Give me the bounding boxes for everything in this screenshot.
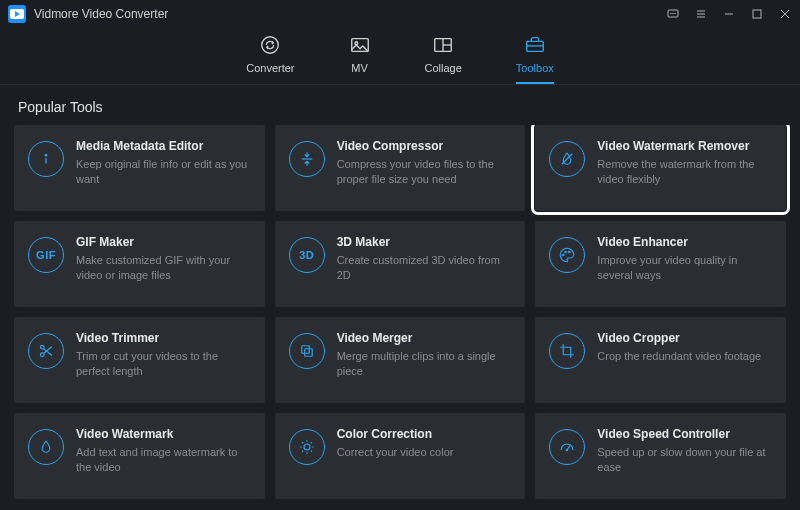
maximize-button[interactable] [750,7,764,21]
top-nav: Converter MV Collage Toolbox [0,28,800,85]
tool-desc: Add text and image watermark to the vide… [76,445,251,475]
close-button[interactable] [778,7,792,21]
svg-rect-10 [753,10,761,18]
svg-point-4 [672,13,673,14]
tool-desc: Improve your video quality in several wa… [597,253,772,283]
compress-icon [289,141,325,177]
svg-point-29 [40,353,44,357]
tool-title: Video Watermark [76,427,251,441]
tool-desc: Compress your video files to the proper … [337,157,512,187]
app-title: Vidmore Video Converter [34,7,666,21]
tool-title: Video Cropper [597,331,772,345]
tool-gif-maker[interactable]: GIF GIF Maker Make customized GIF with y… [14,221,265,307]
tool-text: Video Trimmer Trim or cut your videos to… [76,331,251,379]
tools-scroll[interactable]: Media Metadata Editor Keep original file… [0,125,800,510]
svg-point-26 [565,251,567,253]
tools-grid: Media Metadata Editor Keep original file… [14,125,786,499]
toolbox-icon [524,34,546,58]
svg-rect-33 [304,349,312,357]
svg-point-3 [670,13,671,14]
tab-mv[interactable]: MV [349,34,371,84]
tab-label: Converter [246,62,294,74]
tool-text: Video Speed Controller Speed up or slow … [597,427,772,475]
svg-line-39 [302,442,303,443]
tool-title: Video Enhancer [597,235,772,249]
tool-title: Video Watermark Remover [597,139,772,153]
tool-video-trimmer[interactable]: Video Trimmer Trim or cut your videos to… [14,317,265,403]
svg-line-40 [310,451,311,452]
image-icon [349,34,371,58]
tool-desc: Merge multiple clips into a single piece [337,349,512,379]
sun-icon [289,429,325,465]
tool-title: GIF Maker [76,235,251,249]
palette-icon [549,237,585,273]
scissors-icon [28,333,64,369]
svg-line-42 [310,442,311,443]
app-logo-icon [8,5,26,23]
tool-video-cropper[interactable]: Video Cropper Crop the redundant video f… [535,317,786,403]
svg-point-27 [569,251,571,253]
tool-video-compressor[interactable]: Video Compressor Compress your video fil… [275,125,526,211]
tool-desc: Crop the redundant video footage [597,349,772,364]
svg-point-28 [40,345,44,349]
window-controls [666,7,792,21]
tool-media-metadata-editor[interactable]: Media Metadata Editor Keep original file… [14,125,265,211]
minimize-button[interactable] [722,7,736,21]
svg-point-25 [563,254,565,256]
section-title: Popular Tools [0,85,800,125]
tab-toolbox[interactable]: Toolbox [516,34,554,84]
tab-label: MV [351,62,368,74]
3d-icon: 3D [289,237,325,273]
tab-converter[interactable]: Converter [246,34,294,84]
layout-icon [432,34,454,58]
tool-text: Video Enhancer Improve your video qualit… [597,235,772,283]
tool-title: 3D Maker [337,235,512,249]
merge-icon [289,333,325,369]
gauge-icon [549,429,585,465]
tool-title: Video Trimmer [76,331,251,345]
tool-desc: Trim or cut your videos to the perfect l… [76,349,251,379]
tool-3d-maker[interactable]: 3D 3D Maker Create customized 3D video f… [275,221,526,307]
gif-icon: GIF [28,237,64,273]
tool-text: 3D Maker Create customized 3D video from… [337,235,512,283]
tool-video-enhancer[interactable]: Video Enhancer Improve your video qualit… [535,221,786,307]
tab-label: Toolbox [516,62,554,74]
svg-rect-32 [301,346,309,354]
tool-title: Color Correction [337,427,512,441]
tool-desc: Correct your video color [337,445,512,460]
tool-text: Media Metadata Editor Keep original file… [76,139,251,187]
tool-text: Video Watermark Add text and image water… [76,427,251,475]
crop-icon [549,333,585,369]
drop-icon [28,429,64,465]
tool-video-watermark[interactable]: Video Watermark Add text and image water… [14,413,265,499]
tool-title: Video Compressor [337,139,512,153]
svg-line-41 [302,451,303,452]
tool-desc: Create customized 3D video from 2D [337,253,512,283]
tool-title: Media Metadata Editor [76,139,251,153]
tool-video-speed-controller[interactable]: Video Speed Controller Speed up or slow … [535,413,786,499]
tool-video-merger[interactable]: Video Merger Merge multiple clips into a… [275,317,526,403]
tool-desc: Keep original file info or edit as you w… [76,157,251,187]
tool-title: Video Merger [337,331,512,345]
menu-icon[interactable] [694,7,708,21]
svg-point-13 [262,37,279,54]
tool-text: Video Compressor Compress your video fil… [337,139,512,187]
tool-text: Video Merger Merge multiple clips into a… [337,331,512,379]
tool-text: GIF Maker Make customized GIF with your … [76,235,251,283]
svg-point-34 [304,444,310,450]
tool-desc: Remove the watermark from the video flex… [597,157,772,187]
tab-collage[interactable]: Collage [425,34,462,84]
recycle-icon [259,34,281,58]
svg-point-5 [674,13,675,14]
drop-slash-icon [549,141,585,177]
feedback-icon[interactable] [666,7,680,21]
tool-video-watermark-remover[interactable]: Video Watermark Remover Remove the water… [535,125,786,211]
tab-label: Collage [425,62,462,74]
info-icon [28,141,64,177]
tool-color-correction[interactable]: Color Correction Correct your video colo… [275,413,526,499]
tool-text: Video Cropper Crop the redundant video f… [597,331,772,364]
svg-point-44 [567,449,569,451]
tool-text: Color Correction Correct your video colo… [337,427,512,460]
tool-desc: Speed up or slow down your file at ease [597,445,772,475]
tool-desc: Make customized GIF with your video or i… [76,253,251,283]
